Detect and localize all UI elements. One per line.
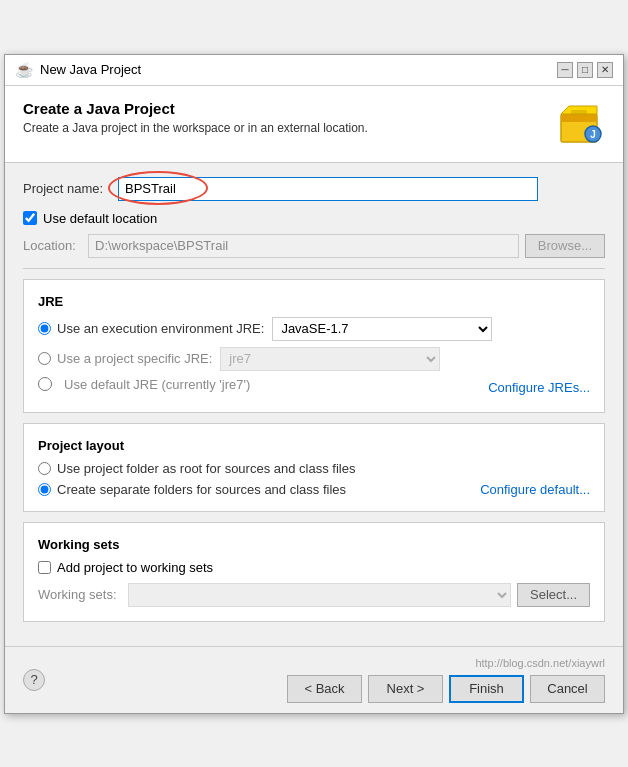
working-sets-label: Working sets: [38, 587, 128, 602]
svg-rect-1 [561, 114, 597, 122]
working-sets-section: Working sets Add project to working sets… [23, 522, 605, 622]
jre-option2-radio[interactable] [38, 352, 51, 365]
cancel-button[interactable]: Cancel [530, 675, 605, 703]
select-button[interactable]: Select... [517, 583, 590, 607]
title-bar: ☕ New Java Project ─ □ ✕ [5, 55, 623, 86]
project-name-circle [118, 177, 538, 201]
java-project-icon: J [557, 100, 605, 148]
configure-default-link[interactable]: Configure default... [480, 482, 590, 497]
jre-option3-row: Use default JRE (currently 'jre7') [38, 377, 250, 392]
working-sets-checkbox-row: Add project to working sets [38, 560, 590, 575]
project-layout-header: Project layout [38, 438, 590, 453]
project-name-row: Project name: [23, 177, 605, 201]
jre-specific-select: jre7 [220, 347, 440, 371]
jre-option1-radio[interactable] [38, 322, 51, 335]
content: Project name: Use default location Locat… [5, 163, 623, 646]
layout-option2-left: Create separate folders for sources and … [38, 482, 346, 497]
layout-option1-row: Use project folder as root for sources a… [38, 461, 590, 476]
window-title: New Java Project [40, 62, 141, 77]
help-button[interactable]: ? [23, 669, 45, 691]
title-bar-left: ☕ New Java Project [15, 61, 141, 79]
finish-button[interactable]: Finish [449, 675, 524, 703]
working-sets-checkbox-label: Add project to working sets [57, 560, 213, 575]
project-name-label: Project name: [23, 181, 118, 196]
layout-option2-row: Create separate folders for sources and … [38, 482, 590, 497]
configure-jres-link[interactable]: Configure JREs... [488, 380, 590, 395]
footer-buttons: < Back Next > Finish Cancel [287, 675, 605, 703]
window-icon: ☕ [15, 61, 34, 79]
working-sets-select [128, 583, 511, 607]
jre-environment-select[interactable]: JavaSE-1.7 JavaSE-1.8 JavaSE-11 [272, 317, 492, 341]
project-name-input[interactable] [118, 177, 538, 201]
next-button[interactable]: Next > [368, 675, 443, 703]
jre-section-header: JRE [38, 294, 590, 309]
use-default-location-checkbox[interactable] [23, 211, 37, 225]
jre-option1-label: Use an execution environment JRE: [57, 321, 264, 336]
header-section: Create a Java Project Create a Java proj… [5, 86, 623, 163]
jre-option2-row: Use a project specific JRE: jre7 [38, 347, 590, 371]
location-row: Location: Browse... [23, 234, 605, 258]
jre-option3-radio[interactable] [38, 377, 52, 391]
jre-option2-label: Use a project specific JRE: [57, 351, 212, 366]
header-text: Create a Java Project Create a Java proj… [23, 100, 368, 135]
layout-option1-radio[interactable] [38, 462, 51, 475]
maximize-button[interactable]: □ [577, 62, 593, 78]
back-button[interactable]: < Back [287, 675, 362, 703]
footer: ? http://blog.csdn.net/xiaywrl < Back Ne… [5, 646, 623, 713]
jre-option1-row: Use an execution environment JRE: JavaSE… [38, 317, 590, 341]
jre-section: JRE Use an execution environment JRE: Ja… [23, 279, 605, 413]
layout-option2-label: Create separate folders for sources and … [57, 482, 346, 497]
working-sets-select-row: Working sets: Select... [38, 583, 590, 607]
svg-rect-3 [571, 110, 587, 114]
layout-option2-radio[interactable] [38, 483, 51, 496]
working-sets-header: Working sets [38, 537, 590, 552]
use-default-location-label: Use default location [43, 211, 157, 226]
project-layout-section: Project layout Use project folder as roo… [23, 423, 605, 512]
location-label: Location: [23, 238, 88, 253]
location-input [88, 234, 519, 258]
dialog: ☕ New Java Project ─ □ ✕ Create a Java P… [4, 54, 624, 714]
browse-button[interactable]: Browse... [525, 234, 605, 258]
header-title: Create a Java Project [23, 100, 368, 117]
footer-bottom: ? http://blog.csdn.net/xiaywrl < Back Ne… [23, 657, 605, 703]
footer-url: http://blog.csdn.net/xiaywrl [475, 657, 605, 669]
working-sets-checkbox[interactable] [38, 561, 51, 574]
layout-option1-label: Use project folder as root for sources a… [57, 461, 355, 476]
jre-option3-label: Use default JRE (currently 'jre7') [64, 377, 250, 392]
use-default-location-row: Use default location [23, 211, 605, 226]
svg-text:J: J [590, 129, 596, 140]
header-description: Create a Java project in the workspace o… [23, 121, 368, 135]
title-bar-controls: ─ □ ✕ [557, 62, 613, 78]
minimize-button[interactable]: ─ [557, 62, 573, 78]
close-button[interactable]: ✕ [597, 62, 613, 78]
